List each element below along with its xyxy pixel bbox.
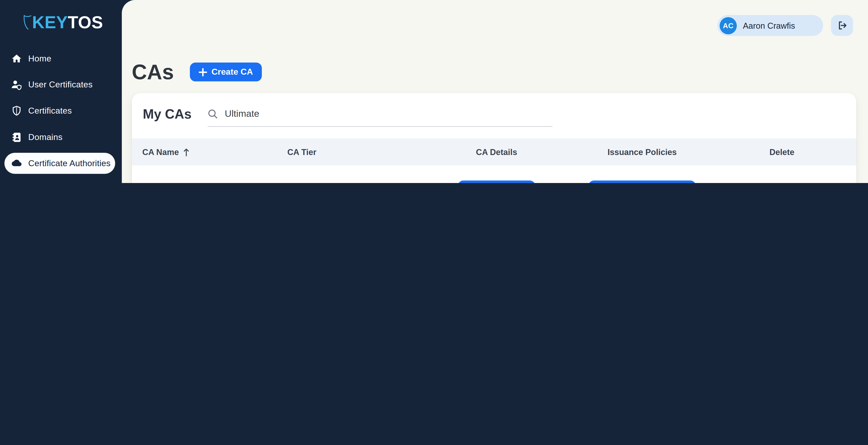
certificates-icon xyxy=(11,106,22,117)
column-header-delete: Delete xyxy=(708,147,857,157)
logo-text: KEYTOS xyxy=(32,14,103,31)
sidebar-nav: Home User Certificates Certificates xyxy=(4,48,115,183)
sidebar-item-home[interactable]: Home xyxy=(4,48,115,69)
view-requirements-button[interactable]: View Requirements xyxy=(589,180,696,183)
home-icon xyxy=(11,53,22,64)
sidebar-item-label: User Certificates xyxy=(28,80,93,90)
sidebar-item-certificates[interactable]: Certificates xyxy=(4,100,115,121)
search-icon xyxy=(208,109,218,120)
delete-ca-button[interactable] xyxy=(773,181,791,183)
card-title: My CAs xyxy=(143,106,192,122)
user-name: Aaron Crawfis xyxy=(743,21,795,30)
sidebar-item-pending-requests[interactable]: Pending Requests xyxy=(4,179,115,183)
sort-ascending-icon xyxy=(183,148,190,156)
plus-icon xyxy=(199,68,207,76)
column-header-ca-name[interactable]: CA Name xyxy=(132,147,287,157)
column-header-ca-tier: CA Tier xyxy=(287,147,416,157)
my-cas-card: My CAs CA Name xyxy=(132,93,857,183)
search-input[interactable] xyxy=(225,109,553,120)
sidebar-item-user-certificates[interactable]: User Certificates xyxy=(4,74,115,95)
sidebar-item-label: Certificate Authorities xyxy=(28,158,111,168)
certificate-authorities-icon xyxy=(11,158,22,169)
table-row: Ultimate Guides Issuing CA Subordinate C… xyxy=(132,166,857,183)
avatar: AC xyxy=(720,17,737,34)
column-header-issuance-policies: Issuance Policies xyxy=(577,147,708,157)
sidebar-item-label: Certificates xyxy=(28,106,72,116)
sidebar-item-label: Home xyxy=(28,54,52,64)
column-header-ca-details: CA Details xyxy=(416,147,577,157)
sidebar-item-label: Domains xyxy=(28,132,63,142)
keytos-logo[interactable]: KEYTOS xyxy=(0,0,122,44)
logout-icon xyxy=(836,20,847,31)
create-ca-button[interactable]: Create CA xyxy=(190,63,262,82)
user-chip[interactable]: AC Aaron Crawfis xyxy=(717,15,823,36)
card-header: My CAs xyxy=(132,93,857,139)
search-field xyxy=(208,102,552,127)
create-ca-label: Create CA xyxy=(211,67,253,77)
page-title: CAs xyxy=(132,61,174,83)
sidebar-item-domains[interactable]: Domains xyxy=(4,126,115,148)
main-panel: AC Aaron Crawfis CAs Create CA xyxy=(122,0,868,183)
table-header-row: CA Name CA Tier CA Details Issuance Poli… xyxy=(132,139,857,166)
page-header: CAs Create CA xyxy=(132,0,856,83)
domains-icon xyxy=(11,131,22,143)
app-root: KEYTOS Home User Certificates xyxy=(0,0,868,183)
logout-button[interactable] xyxy=(831,15,853,36)
shield-logo-icon xyxy=(23,10,31,34)
user-certificates-icon xyxy=(11,79,22,90)
view-details-button[interactable]: View Details xyxy=(458,180,535,183)
sidebar-item-certificate-authorities[interactable]: Certificate Authorities xyxy=(4,153,115,174)
sidebar: KEYTOS Home User Certificates xyxy=(0,0,122,183)
